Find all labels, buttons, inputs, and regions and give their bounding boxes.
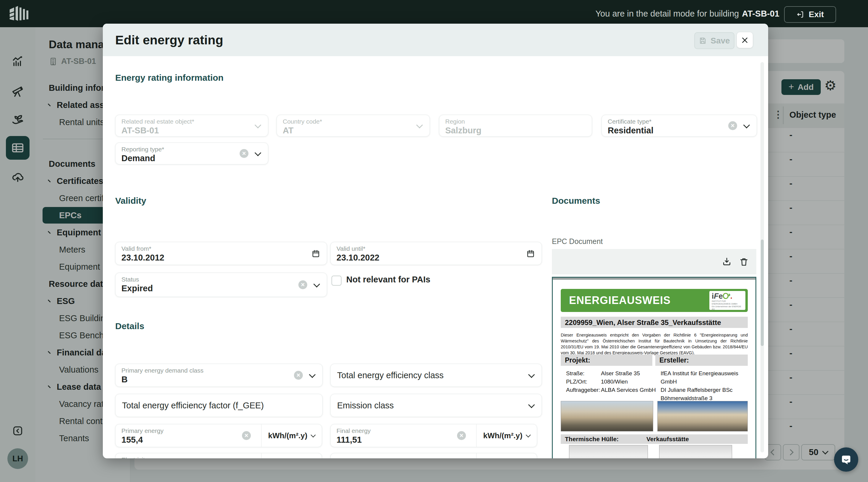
status-select[interactable]: Status Expired × <box>115 273 327 297</box>
save-button[interactable]: Save <box>694 32 735 49</box>
epc-document-toolbar <box>552 249 756 275</box>
close-button[interactable] <box>737 32 753 48</box>
save-icon <box>699 37 707 45</box>
section-energy-rating: Energy rating information <box>115 73 224 83</box>
clear-icon[interactable]: × <box>294 371 303 380</box>
primary-energy-demand-class-select[interactable]: Primary energy demand class B × <box>115 364 322 387</box>
edit-energy-rating-modal: Edit energy rating Save Energy rating in… <box>103 24 768 458</box>
clear-icon[interactable]: × <box>242 431 251 440</box>
valid-from-date-input[interactable]: Valid from* 23.10.2012 <box>115 242 327 265</box>
pdf-margin <box>553 278 755 280</box>
chevron-down-icon <box>313 281 320 288</box>
epc-header-banner: ENERGIEAUSWEIS iFeᎤ. INSTITUT FÜR ENERGI… <box>561 289 748 312</box>
partial-unit-select[interactable] <box>476 453 537 458</box>
chevron-down-icon <box>311 433 316 437</box>
epc-document-label: EPC Document <box>552 237 603 246</box>
electricity-unit-select[interactable] <box>261 453 322 458</box>
ifea-logo: iFeᎤ. INSTITUT FÜR ENERGIEAUSWEIS GMBH E… <box>709 291 745 310</box>
close-icon <box>741 36 749 44</box>
building-id: AT-SB-01 <box>742 9 779 19</box>
electricity-input-group[interactable]: Electricity <box>115 453 322 458</box>
partial-field-right[interactable] <box>330 453 537 458</box>
calendar-icon[interactable] <box>311 249 320 258</box>
chevron-down-icon <box>309 371 316 378</box>
chevron-down-icon <box>416 122 423 129</box>
section-details: Details <box>115 321 144 331</box>
clear-icon[interactable]: × <box>457 431 466 440</box>
building-photo <box>561 401 653 431</box>
epc-doc-title: 2209959_Wien, Alser Straße 35_Verkaufsst… <box>561 317 748 328</box>
calendar-icon[interactable] <box>526 249 535 258</box>
reporting-type-select[interactable]: Reporting type* Demand × <box>115 143 268 164</box>
epc-document-preview[interactable]: ENERGIEAUSWEIS iFeᎤ. INSTITUT FÜR ENERGI… <box>552 277 756 458</box>
modal-header: Edit energy rating Save <box>103 24 768 56</box>
region-input[interactable]: Region Salzburg <box>439 115 592 137</box>
app-logo-icon <box>8 5 37 23</box>
emission-class-select[interactable]: Emission class <box>330 394 542 417</box>
chat-widget-button[interactable] <box>834 447 858 472</box>
final-energy-input-group: Final energy 111,51 × kWh/(m².y) <box>330 424 537 447</box>
exit-arrow-icon <box>796 10 804 19</box>
exit-button[interactable]: Exit <box>784 6 836 23</box>
projekt-details: Straße:Alser Straße 35 PLZ/Ort:1080/Wien… <box>566 369 656 394</box>
pais-checkbox-label: Not relevant for PAIs <box>346 275 430 284</box>
trash-icon[interactable] <box>739 257 749 266</box>
modal-scrollbar[interactable] <box>761 62 764 452</box>
epc-intro-text: Dieser Energieausweis entspricht den Vor… <box>561 332 748 356</box>
projekt-header: Projekt: <box>561 355 652 366</box>
pais-checkbox[interactable] <box>332 276 342 286</box>
chevron-down-icon <box>526 433 531 437</box>
ersteller-header: Ersteller: <box>655 355 748 366</box>
total-energy-efficiency-class-select[interactable]: Total energy efficiency class <box>330 364 542 387</box>
clear-icon[interactable]: × <box>728 121 737 130</box>
chevron-down-icon <box>528 402 535 408</box>
clear-icon[interactable]: × <box>299 280 307 289</box>
chevron-down-icon <box>255 122 261 129</box>
top-bar: You are in the detail mode for buildingA… <box>0 0 868 27</box>
clear-icon[interactable]: × <box>240 149 248 158</box>
primary-energy-unit-select[interactable]: kWh/(m².y) <box>261 424 322 447</box>
total-energy-efficiency-factor-input[interactable]: Total energy efficiency factor (f_GEE) <box>115 394 322 417</box>
chat-bubble-icon <box>840 454 852 465</box>
primary-energy-input-group: Primary energy 155,4 × kWh/(m².y) <box>115 424 322 447</box>
modal-title: Edit energy rating <box>115 33 223 47</box>
chevron-down-icon <box>255 150 261 157</box>
valid-until-date-input[interactable]: Valid until* 23.10.2022 <box>330 242 542 265</box>
certificate-type-select[interactable]: Certificate type* Residential × <box>601 115 757 137</box>
section-validity: Validity <box>115 196 146 206</box>
building-photo <box>657 401 748 431</box>
scrollbar-thumb[interactable] <box>761 239 764 346</box>
thermal-envelope-bar: Thermische Hülle: Verkaufsstätte <box>561 434 748 444</box>
chevron-down-icon <box>528 371 535 378</box>
chevron-down-icon <box>743 122 750 129</box>
section-documents: Documents <box>552 196 600 206</box>
download-icon[interactable] <box>722 257 732 266</box>
country-code-select[interactable]: Country code* AT <box>277 115 430 137</box>
detail-mode-message: You are in the detail mode for buildingA… <box>595 0 779 27</box>
building-3d-render <box>659 445 732 458</box>
final-energy-unit-select[interactable]: kWh/(m².y) <box>476 424 537 447</box>
related-object-select[interactable]: Related real estate object* AT-SB-01 <box>115 115 268 137</box>
screen: You are in the detail mode for buildingA… <box>0 0 868 482</box>
building-3d-render <box>569 445 648 458</box>
